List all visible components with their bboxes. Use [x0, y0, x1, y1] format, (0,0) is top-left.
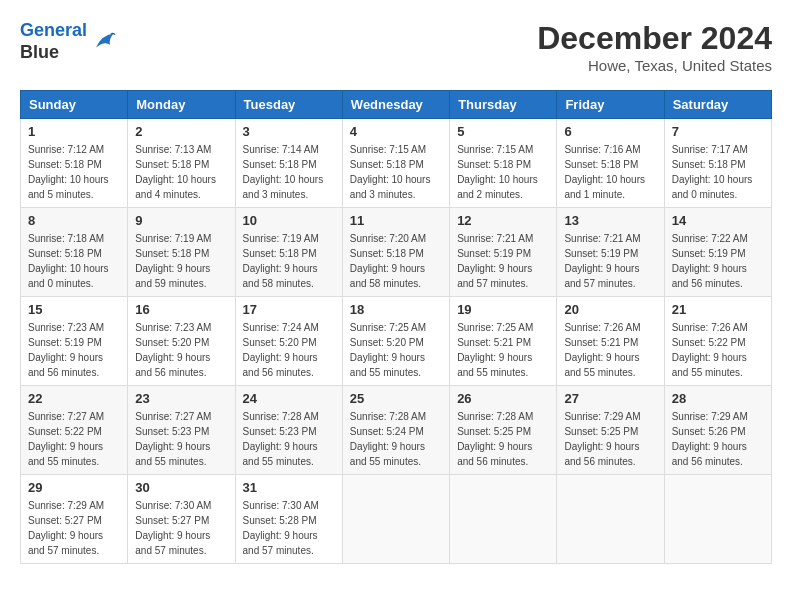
weekday-header-saturday: Saturday: [664, 91, 771, 119]
day-info: Sunrise: 7:19 AM Sunset: 5:18 PM Dayligh…: [135, 231, 227, 291]
weekday-header-row: SundayMondayTuesdayWednesdayThursdayFrid…: [21, 91, 772, 119]
weekday-header-tuesday: Tuesday: [235, 91, 342, 119]
day-number: 4: [350, 124, 442, 139]
calendar-cell: 14 Sunrise: 7:22 AM Sunset: 5:19 PM Dayl…: [664, 208, 771, 297]
calendar-cell: 23 Sunrise: 7:27 AM Sunset: 5:23 PM Dayl…: [128, 386, 235, 475]
day-info: Sunrise: 7:23 AM Sunset: 5:19 PM Dayligh…: [28, 320, 120, 380]
calendar-cell: [664, 475, 771, 564]
calendar-week-row-4: 22 Sunrise: 7:27 AM Sunset: 5:22 PM Dayl…: [21, 386, 772, 475]
day-info: Sunrise: 7:17 AM Sunset: 5:18 PM Dayligh…: [672, 142, 764, 202]
calendar-cell: 15 Sunrise: 7:23 AM Sunset: 5:19 PM Dayl…: [21, 297, 128, 386]
day-info: Sunrise: 7:27 AM Sunset: 5:22 PM Dayligh…: [28, 409, 120, 469]
weekday-header-sunday: Sunday: [21, 91, 128, 119]
month-title: December 2024: [537, 20, 772, 57]
day-number: 12: [457, 213, 549, 228]
day-number: 10: [243, 213, 335, 228]
day-info: Sunrise: 7:12 AM Sunset: 5:18 PM Dayligh…: [28, 142, 120, 202]
calendar-cell: 10 Sunrise: 7:19 AM Sunset: 5:18 PM Dayl…: [235, 208, 342, 297]
day-number: 23: [135, 391, 227, 406]
calendar-cell: 16 Sunrise: 7:23 AM Sunset: 5:20 PM Dayl…: [128, 297, 235, 386]
day-info: Sunrise: 7:28 AM Sunset: 5:23 PM Dayligh…: [243, 409, 335, 469]
day-info: Sunrise: 7:20 AM Sunset: 5:18 PM Dayligh…: [350, 231, 442, 291]
logo-bird-icon: [89, 28, 117, 56]
day-number: 18: [350, 302, 442, 317]
day-number: 28: [672, 391, 764, 406]
day-number: 25: [350, 391, 442, 406]
calendar-cell: 18 Sunrise: 7:25 AM Sunset: 5:20 PM Dayl…: [342, 297, 449, 386]
day-info: Sunrise: 7:15 AM Sunset: 5:18 PM Dayligh…: [350, 142, 442, 202]
day-number: 22: [28, 391, 120, 406]
calendar-cell: 9 Sunrise: 7:19 AM Sunset: 5:18 PM Dayli…: [128, 208, 235, 297]
calendar-cell: 22 Sunrise: 7:27 AM Sunset: 5:22 PM Dayl…: [21, 386, 128, 475]
logo: GeneralBlue: [20, 20, 117, 63]
calendar-cell: [450, 475, 557, 564]
calendar-cell: 8 Sunrise: 7:18 AM Sunset: 5:18 PM Dayli…: [21, 208, 128, 297]
day-info: Sunrise: 7:25 AM Sunset: 5:21 PM Dayligh…: [457, 320, 549, 380]
calendar-cell: 21 Sunrise: 7:26 AM Sunset: 5:22 PM Dayl…: [664, 297, 771, 386]
day-info: Sunrise: 7:24 AM Sunset: 5:20 PM Dayligh…: [243, 320, 335, 380]
day-number: 24: [243, 391, 335, 406]
calendar-cell: 19 Sunrise: 7:25 AM Sunset: 5:21 PM Dayl…: [450, 297, 557, 386]
calendar-cell: 31 Sunrise: 7:30 AM Sunset: 5:28 PM Dayl…: [235, 475, 342, 564]
day-number: 11: [350, 213, 442, 228]
day-info: Sunrise: 7:21 AM Sunset: 5:19 PM Dayligh…: [457, 231, 549, 291]
day-info: Sunrise: 7:29 AM Sunset: 5:25 PM Dayligh…: [564, 409, 656, 469]
calendar-cell: 5 Sunrise: 7:15 AM Sunset: 5:18 PM Dayli…: [450, 119, 557, 208]
calendar-cell: 13 Sunrise: 7:21 AM Sunset: 5:19 PM Dayl…: [557, 208, 664, 297]
day-number: 30: [135, 480, 227, 495]
calendar-week-row-2: 8 Sunrise: 7:18 AM Sunset: 5:18 PM Dayli…: [21, 208, 772, 297]
day-info: Sunrise: 7:26 AM Sunset: 5:22 PM Dayligh…: [672, 320, 764, 380]
weekday-header-monday: Monday: [128, 91, 235, 119]
day-info: Sunrise: 7:30 AM Sunset: 5:27 PM Dayligh…: [135, 498, 227, 558]
page-header: GeneralBlue December 2024 Howe, Texas, U…: [20, 20, 772, 74]
calendar-cell: [557, 475, 664, 564]
day-info: Sunrise: 7:14 AM Sunset: 5:18 PM Dayligh…: [243, 142, 335, 202]
calendar-cell: 24 Sunrise: 7:28 AM Sunset: 5:23 PM Dayl…: [235, 386, 342, 475]
calendar-cell: 28 Sunrise: 7:29 AM Sunset: 5:26 PM Dayl…: [664, 386, 771, 475]
day-info: Sunrise: 7:16 AM Sunset: 5:18 PM Dayligh…: [564, 142, 656, 202]
day-number: 29: [28, 480, 120, 495]
calendar-cell: 25 Sunrise: 7:28 AM Sunset: 5:24 PM Dayl…: [342, 386, 449, 475]
day-number: 8: [28, 213, 120, 228]
calendar-cell: 2 Sunrise: 7:13 AM Sunset: 5:18 PM Dayli…: [128, 119, 235, 208]
day-number: 3: [243, 124, 335, 139]
day-number: 7: [672, 124, 764, 139]
day-number: 26: [457, 391, 549, 406]
day-info: Sunrise: 7:25 AM Sunset: 5:20 PM Dayligh…: [350, 320, 442, 380]
day-info: Sunrise: 7:26 AM Sunset: 5:21 PM Dayligh…: [564, 320, 656, 380]
calendar-cell: 30 Sunrise: 7:30 AM Sunset: 5:27 PM Dayl…: [128, 475, 235, 564]
calendar-table: SundayMondayTuesdayWednesdayThursdayFrid…: [20, 90, 772, 564]
day-number: 6: [564, 124, 656, 139]
calendar-cell: 11 Sunrise: 7:20 AM Sunset: 5:18 PM Dayl…: [342, 208, 449, 297]
day-info: Sunrise: 7:19 AM Sunset: 5:18 PM Dayligh…: [243, 231, 335, 291]
day-number: 15: [28, 302, 120, 317]
day-number: 27: [564, 391, 656, 406]
day-number: 5: [457, 124, 549, 139]
day-number: 2: [135, 124, 227, 139]
day-number: 21: [672, 302, 764, 317]
day-info: Sunrise: 7:30 AM Sunset: 5:28 PM Dayligh…: [243, 498, 335, 558]
calendar-cell: 7 Sunrise: 7:17 AM Sunset: 5:18 PM Dayli…: [664, 119, 771, 208]
calendar-cell: 27 Sunrise: 7:29 AM Sunset: 5:25 PM Dayl…: [557, 386, 664, 475]
day-number: 14: [672, 213, 764, 228]
calendar-cell: 17 Sunrise: 7:24 AM Sunset: 5:20 PM Dayl…: [235, 297, 342, 386]
day-number: 13: [564, 213, 656, 228]
weekday-header-wednesday: Wednesday: [342, 91, 449, 119]
calendar-week-row-1: 1 Sunrise: 7:12 AM Sunset: 5:18 PM Dayli…: [21, 119, 772, 208]
day-info: Sunrise: 7:29 AM Sunset: 5:27 PM Dayligh…: [28, 498, 120, 558]
day-info: Sunrise: 7:21 AM Sunset: 5:19 PM Dayligh…: [564, 231, 656, 291]
calendar-cell: 26 Sunrise: 7:28 AM Sunset: 5:25 PM Dayl…: [450, 386, 557, 475]
calendar-cell: 29 Sunrise: 7:29 AM Sunset: 5:27 PM Dayl…: [21, 475, 128, 564]
day-info: Sunrise: 7:28 AM Sunset: 5:24 PM Dayligh…: [350, 409, 442, 469]
calendar-cell: 12 Sunrise: 7:21 AM Sunset: 5:19 PM Dayl…: [450, 208, 557, 297]
day-info: Sunrise: 7:29 AM Sunset: 5:26 PM Dayligh…: [672, 409, 764, 469]
day-info: Sunrise: 7:15 AM Sunset: 5:18 PM Dayligh…: [457, 142, 549, 202]
calendar-cell: 1 Sunrise: 7:12 AM Sunset: 5:18 PM Dayli…: [21, 119, 128, 208]
day-number: 17: [243, 302, 335, 317]
weekday-header-friday: Friday: [557, 91, 664, 119]
weekday-header-thursday: Thursday: [450, 91, 557, 119]
day-number: 19: [457, 302, 549, 317]
title-section: December 2024 Howe, Texas, United States: [537, 20, 772, 74]
day-info: Sunrise: 7:18 AM Sunset: 5:18 PM Dayligh…: [28, 231, 120, 291]
logo-text: GeneralBlue: [20, 20, 87, 63]
